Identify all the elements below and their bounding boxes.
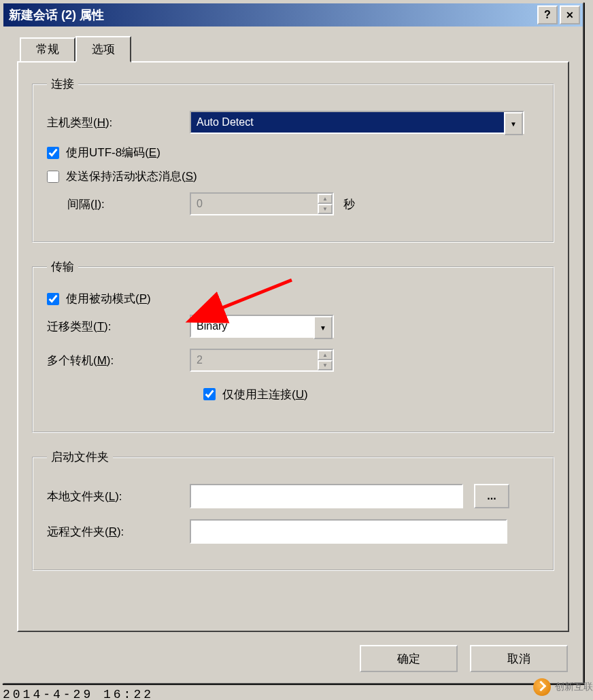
dialog-client: 常规 选项 连接 主机类型(H): Auto Detect: [3, 27, 583, 675]
window-title: 新建会话 (2) 属性: [9, 7, 535, 23]
group-connection-legend: 连接: [47, 76, 78, 92]
spin-interval: 0: [190, 192, 334, 215]
group-transfer-legend: 传输: [47, 259, 78, 275]
combo-host-type-value: Auto Detect: [197, 116, 254, 128]
row-local-folder: 本地文件夹(L): ...: [47, 484, 539, 508]
checkbox-passive-input[interactable]: [47, 293, 59, 305]
label-local-folder: 本地文件夹(L):: [47, 489, 190, 504]
chevron-down-icon[interactable]: [504, 112, 523, 135]
label-multi-hop: 多个转机(M):: [47, 353, 190, 368]
close-button[interactable]: [560, 5, 580, 24]
help-button[interactable]: [537, 5, 558, 24]
spin-multi-hop-value: 2: [197, 354, 203, 366]
dialog-window: 新建会话 (2) 属性 常规 选项 连接 主机类型(H): Auto Detec…: [2, 2, 584, 684]
checkbox-keepalive-input[interactable]: [47, 171, 59, 183]
label-interval: 间隔(I):: [47, 196, 190, 212]
ok-button[interactable]: 确定: [360, 645, 458, 672]
checkbox-main-conn[interactable]: 仅使用主连接(U): [203, 387, 308, 402]
browse-button[interactable]: ...: [474, 484, 509, 508]
watermark: 创新互联: [498, 674, 593, 700]
tab-body-options: 连接 主机类型(H): Auto Detect 使用UTF-8编码(E): [17, 61, 569, 632]
label-transfer-type: 迁移类型(T):: [47, 319, 190, 334]
input-remote-folder[interactable]: [190, 519, 507, 544]
spin-down-icon: [318, 360, 333, 370]
spin-interval-buttons: [318, 194, 333, 214]
checkbox-utf8[interactable]: 使用UTF-8编码(E): [47, 145, 539, 160]
tab-options[interactable]: 选项: [75, 36, 131, 63]
label-remote-folder: 远程文件夹(R):: [47, 524, 190, 540]
watermark-text: 创新互联: [555, 681, 593, 693]
combo-transfer-type[interactable]: Binary: [190, 315, 334, 338]
label-host-type: 主机类型(H):: [47, 115, 190, 130]
row-remote-folder: 远程文件夹(R):: [47, 519, 539, 544]
footer-timestamp: 2014-4-29 16:22: [3, 688, 154, 700]
checkbox-passive[interactable]: 使用被动模式(P): [47, 291, 539, 307]
spin-interval-value: 0: [197, 198, 203, 210]
checkbox-keepalive[interactable]: 发送保持活动状态消息(S): [47, 169, 539, 184]
row-interval: 间隔(I): 0 秒: [47, 192, 539, 215]
checkbox-main-conn-input[interactable]: [203, 388, 216, 400]
combo-transfer-type-value: Binary: [197, 320, 227, 332]
group-startup: 启动文件夹 本地文件夹(L): ... 远程文件夹(R):: [32, 449, 554, 571]
spin-multi-hop: 2: [190, 349, 334, 372]
row-multi-hop: 多个转机(M): 2: [47, 349, 539, 372]
label-seconds: 秒: [343, 196, 355, 212]
group-connection: 连接 主机类型(H): Auto Detect 使用UTF-8编码(E): [32, 76, 554, 243]
spin-multi-hop-buttons: [318, 350, 333, 370]
row-host-type: 主机类型(H): Auto Detect: [47, 111, 539, 134]
group-transfer: 传输 使用被动模式(P) 迁移类型(T): Binary: [32, 259, 554, 433]
dialog-buttons: 确定 取消: [360, 645, 568, 672]
spin-up-icon: [318, 350, 333, 360]
chevron-down-icon[interactable]: [314, 316, 333, 339]
watermark-icon: [533, 678, 551, 696]
input-local-folder[interactable]: [190, 484, 463, 508]
tab-strip: 常规 选项: [20, 35, 569, 61]
tab-general[interactable]: 常规: [20, 37, 75, 64]
group-startup-legend: 启动文件夹: [47, 449, 113, 465]
spin-up-icon: [318, 194, 333, 204]
titlebar: 新建会话 (2) 属性: [3, 3, 583, 27]
cancel-button[interactable]: 取消: [470, 645, 568, 672]
row-transfer-type: 迁移类型(T): Binary: [47, 315, 539, 338]
combo-host-type[interactable]: Auto Detect: [190, 111, 524, 134]
row-main-conn: 仅使用主连接(U): [203, 383, 539, 406]
spin-down-icon: [318, 204, 333, 214]
checkbox-utf8-input[interactable]: [47, 147, 59, 159]
